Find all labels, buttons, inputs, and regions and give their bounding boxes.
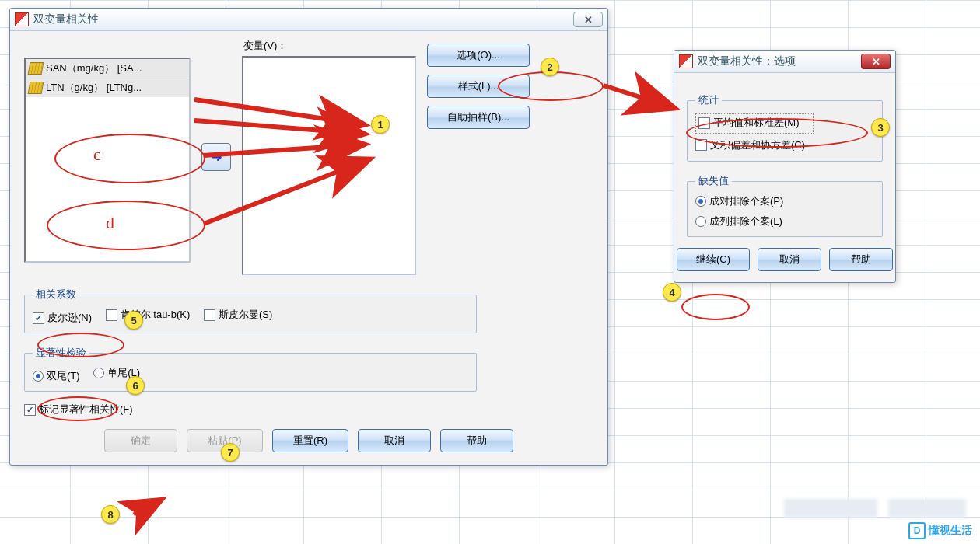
statistics-group: 统计 平均值和标准差(M) 叉积偏差和协方差(C) [687,93,883,162]
variable-label: LTN（g/kg） [LTNg... [46,81,142,95]
continue-button[interactable]: 继续(C) [677,248,750,271]
titlebar[interactable]: 双变量相关性 ✕ [10,9,607,31]
help-button[interactable]: 帮助 [829,248,893,271]
variables-label: 变量(V)： [243,40,287,51]
close-button[interactable]: ✕ [861,54,891,69]
checkbox-icon [24,404,36,416]
bivariate-correlations-dialog: 双变量相关性 ✕ SAN（mg/kg） [SA... LTN（g/kg） [LT… [9,8,608,466]
options-button[interactable]: 选项(O)... [427,44,530,67]
dialog-title: 双变量相关性：选项 [698,54,796,68]
mean-sd-checkbox[interactable]: 平均值和标准差(M) [698,116,800,130]
options-dialog: 双变量相关性：选项 ✕ 统计 平均值和标准差(M) 叉积偏差和协方差(C) 缺失… [674,50,896,283]
cross-cov-checkbox[interactable]: 叉积偏差和协方差(C) [695,138,805,152]
watermark-icon: D [908,522,926,539]
app-icon [15,12,29,26]
cancel-button[interactable]: 取消 [358,429,431,452]
close-button[interactable]: ✕ [573,12,603,27]
target-variable-list[interactable] [242,56,416,275]
bootstrap-button[interactable]: 自助抽样(B)... [427,106,530,129]
radio-icon [93,368,104,378]
group-legend: 显著性检验 [33,346,89,360]
radio-icon [695,216,706,227]
scale-icon [28,82,44,94]
two-tailed-radio[interactable]: 双尾(T) [33,369,80,383]
cancel-button[interactable]: 取消 [758,248,821,271]
paste-button[interactable]: 粘贴(P) [187,429,263,452]
correlation-coef-group: 相关系数 皮尔逊(N) 肯德尔 tau-b(K) 斯皮尔曼(S) [24,288,477,333]
reset-button[interactable]: 重置(R) [272,429,348,452]
ok-button[interactable]: 确定 [104,429,177,452]
titlebar[interactable]: 双变量相关性：选项 ✕ [674,51,895,73]
app-icon [679,54,693,68]
group-legend: 相关系数 [33,288,79,302]
one-tailed-radio[interactable]: 单尾(L) [93,366,140,380]
source-variable-list[interactable]: SAN（mg/kg） [SA... LTN（g/kg） [LTNg... [24,58,191,263]
pearson-checkbox[interactable]: 皮尔逊(N) [33,311,92,325]
move-right-button[interactable]: ➜ [201,143,231,171]
checkbox-icon [33,312,44,324]
spearman-checkbox[interactable]: 斯皮尔曼(S) [204,308,272,322]
checkbox-icon [698,117,710,129]
radio-icon [695,196,706,207]
radio-icon [33,371,44,382]
missing-values-group: 缺失值 成对排除个案(P) 成列排除个案(L) [687,174,883,237]
pairwise-radio[interactable]: 成对排除个案(P) [695,194,863,208]
listwise-radio[interactable]: 成列排除个案(L) [695,214,863,228]
style-button[interactable]: 样式(L)... [427,75,530,98]
flag-significant-checkbox[interactable]: 标记显著性相关性(F) [24,403,133,417]
watermark-text: 懂视生活 [929,524,972,538]
help-button[interactable]: 帮助 [440,429,513,452]
checkbox-icon [204,309,215,321]
significance-test-group: 显著性检验 双尾(T) 单尾(L) [24,346,477,392]
scale-icon [28,62,44,75]
dialog-title: 双变量相关性 [33,12,99,26]
variable-label: SAN（mg/kg） [SA... [46,61,142,75]
group-legend: 统计 [695,93,722,107]
group-legend: 缺失值 [695,174,732,188]
checkbox-icon [106,309,117,321]
list-item[interactable]: SAN（mg/kg） [SA... [26,59,189,78]
list-item[interactable]: LTN（g/kg） [LTNg... [26,78,189,97]
watermark: D 懂视生活 [908,522,972,539]
checkbox-icon [695,139,707,151]
kendall-checkbox[interactable]: 肯德尔 tau-b(K) [106,308,191,322]
